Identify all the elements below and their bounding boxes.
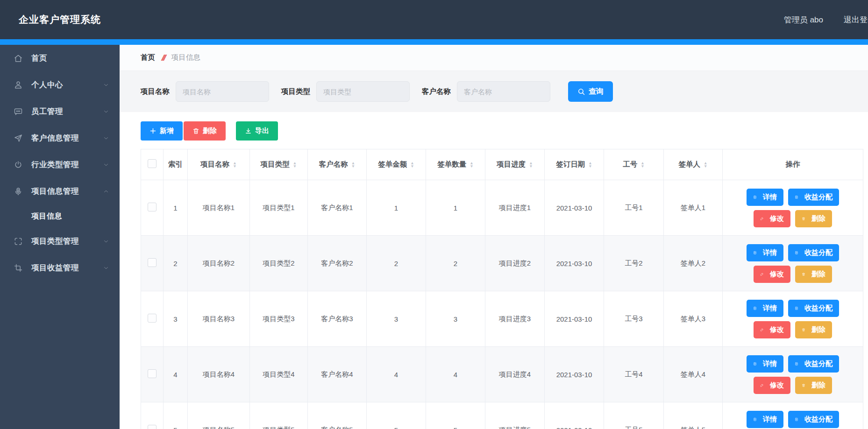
cell-type: 项目类型3 bbox=[250, 291, 308, 347]
row-select-cell bbox=[141, 402, 164, 429]
sidebar-item-label: 个人中心 bbox=[31, 80, 63, 90]
edit-icon bbox=[760, 271, 767, 278]
trash-icon bbox=[802, 326, 809, 333]
column-header[interactable]: 签单金额▲▼ bbox=[367, 149, 426, 180]
column-header[interactable]: 客户名称▲▼ bbox=[308, 149, 367, 180]
detail-button[interactable]: 详情 bbox=[747, 355, 783, 373]
sidebar-subitem[interactable]: 项目信息 bbox=[0, 204, 120, 228]
sidebar-item[interactable]: 项目信息管理 bbox=[0, 178, 120, 204]
sidebar-item[interactable]: 项目收益管理 bbox=[0, 254, 120, 281]
sort-icon[interactable]: ▲▼ bbox=[410, 162, 414, 168]
edit-button[interactable]: 修改 bbox=[754, 266, 790, 283]
income-allocation-button[interactable]: 收益分配 bbox=[788, 300, 839, 317]
sidebar-item-label: 客户信息管理 bbox=[31, 133, 79, 143]
sort-icon[interactable]: ▲▼ bbox=[588, 162, 592, 168]
project-name-input[interactable] bbox=[176, 81, 269, 102]
row-delete-button[interactable]: 删除 bbox=[795, 377, 832, 394]
column-header[interactable]: 签单数量▲▼ bbox=[426, 149, 485, 180]
row-checkbox[interactable] bbox=[148, 203, 157, 211]
edit-icon bbox=[760, 382, 767, 389]
add-button[interactable]: 新增 bbox=[141, 121, 183, 141]
cell-progress: 项目进度2 bbox=[485, 236, 545, 291]
column-header-label: 签订日期 bbox=[556, 160, 585, 169]
sort-icon[interactable]: ▲▼ bbox=[351, 162, 355, 168]
sort-icon[interactable]: ▲▼ bbox=[470, 162, 473, 168]
sidebar-item[interactable]: 行业类型管理 bbox=[0, 151, 120, 178]
cell-customer: 客户名称1 bbox=[308, 180, 367, 236]
sort-icon[interactable]: ▲▼ bbox=[704, 162, 707, 168]
income-allocation-button[interactable]: 收益分配 bbox=[788, 355, 839, 373]
sidebar-item[interactable]: 首页 bbox=[0, 45, 120, 71]
row-select-cell bbox=[141, 236, 164, 291]
column-header[interactable]: 项目进度▲▼ bbox=[485, 149, 545, 180]
sidebar-item-label: 项目收益管理 bbox=[31, 263, 79, 273]
column-header[interactable]: 项目类型▲▼ bbox=[250, 149, 308, 180]
doc-icon bbox=[795, 249, 802, 256]
cell-worker: 工号5 bbox=[604, 402, 664, 429]
row-actions-cell: 详情 收益分配 修改 删除 bbox=[723, 402, 863, 429]
row-delete-button[interactable]: 删除 bbox=[795, 266, 832, 283]
cell-quantity: 2 bbox=[426, 236, 485, 291]
edit-button[interactable]: 修改 bbox=[754, 210, 790, 227]
trash-icon bbox=[802, 215, 809, 222]
trash-icon bbox=[802, 271, 809, 278]
sidebar-item-label: 员工管理 bbox=[31, 106, 63, 117]
row-checkbox[interactable] bbox=[148, 369, 157, 378]
edit-button[interactable]: 修改 bbox=[754, 321, 790, 338]
delete-button[interactable]: 删除 bbox=[184, 121, 226, 141]
income-allocation-button[interactable]: 收益分配 bbox=[788, 189, 839, 206]
row-checkbox[interactable] bbox=[148, 258, 157, 267]
sidebar-item[interactable]: 个人中心 bbox=[0, 71, 120, 98]
filter-label: 客户名称 bbox=[422, 87, 451, 97]
row-delete-button[interactable]: 删除 bbox=[795, 210, 832, 227]
column-header[interactable]: 签订日期▲▼ bbox=[545, 149, 604, 180]
edit-button[interactable]: 修改 bbox=[754, 377, 790, 394]
cell-progress: 项目进度1 bbox=[485, 180, 545, 236]
detail-button[interactable]: 详情 bbox=[747, 189, 783, 206]
column-header[interactable]: 签单人▲▼ bbox=[664, 149, 723, 180]
row-checkbox[interactable] bbox=[148, 425, 157, 429]
edit-icon bbox=[760, 326, 767, 333]
toolbar: 新增 删除 导出 bbox=[120, 112, 868, 141]
user-icon bbox=[13, 80, 23, 90]
select-all-checkbox[interactable] bbox=[148, 159, 157, 168]
cell-worker: 工号1 bbox=[604, 180, 664, 236]
cell-name: 项目名称1 bbox=[188, 180, 250, 236]
search-button[interactable]: 查询 bbox=[568, 81, 613, 102]
column-header[interactable]: 项目名称▲▼ bbox=[188, 149, 250, 180]
scan-icon bbox=[13, 236, 23, 246]
income-allocation-button[interactable]: 收益分配 bbox=[788, 411, 839, 428]
sidebar-item[interactable]: 员工管理 bbox=[0, 98, 120, 125]
cell-type: 项目类型4 bbox=[250, 347, 308, 402]
cell-type: 项目类型2 bbox=[250, 236, 308, 291]
detail-button[interactable]: 详情 bbox=[747, 300, 783, 317]
row-checkbox[interactable] bbox=[148, 314, 157, 323]
detail-button[interactable]: 详情 bbox=[747, 244, 783, 261]
sort-icon[interactable]: ▲▼ bbox=[293, 162, 297, 168]
cell-worker: 工号2 bbox=[604, 236, 664, 291]
cell-progress: 项目进度4 bbox=[485, 347, 545, 402]
column-header-label: 签单金额 bbox=[378, 160, 407, 169]
sidebar-menu: 首页个人中心员工管理客户信息管理行业类型管理项目信息管理项目信息项目类型管理项目… bbox=[0, 45, 120, 281]
row-delete-button[interactable]: 删除 bbox=[795, 321, 832, 338]
filter-panel: 项目名称 项目类型 客户名称 查询 bbox=[120, 70, 868, 112]
detail-button[interactable]: 详情 bbox=[747, 411, 783, 428]
cell-name: 项目名称5 bbox=[188, 402, 250, 429]
sort-icon[interactable]: ▲▼ bbox=[640, 162, 644, 168]
customer-name-input[interactable] bbox=[457, 81, 550, 102]
project-type-input[interactable] bbox=[316, 81, 410, 102]
breadcrumb-home-link[interactable]: 首页 bbox=[141, 53, 155, 63]
column-header[interactable]: 工号▲▼ bbox=[604, 149, 664, 180]
logout-link[interactable]: 退出登录 bbox=[844, 14, 868, 25]
sort-icon[interactable]: ▲▼ bbox=[233, 162, 236, 168]
sidebar-item[interactable]: 项目类型管理 bbox=[0, 228, 120, 254]
income-allocation-button[interactable]: 收益分配 bbox=[788, 244, 839, 261]
trash-icon bbox=[802, 382, 809, 389]
column-header-label: 项目类型 bbox=[261, 160, 290, 169]
cell-signer: 签单人1 bbox=[664, 180, 723, 236]
sort-icon[interactable]: ▲▼ bbox=[529, 162, 533, 168]
export-button[interactable]: 导出 bbox=[236, 121, 278, 141]
search-icon bbox=[577, 88, 585, 96]
sidebar-item[interactable]: 客户信息管理 bbox=[0, 125, 120, 151]
chevron-up-icon bbox=[103, 188, 109, 195]
